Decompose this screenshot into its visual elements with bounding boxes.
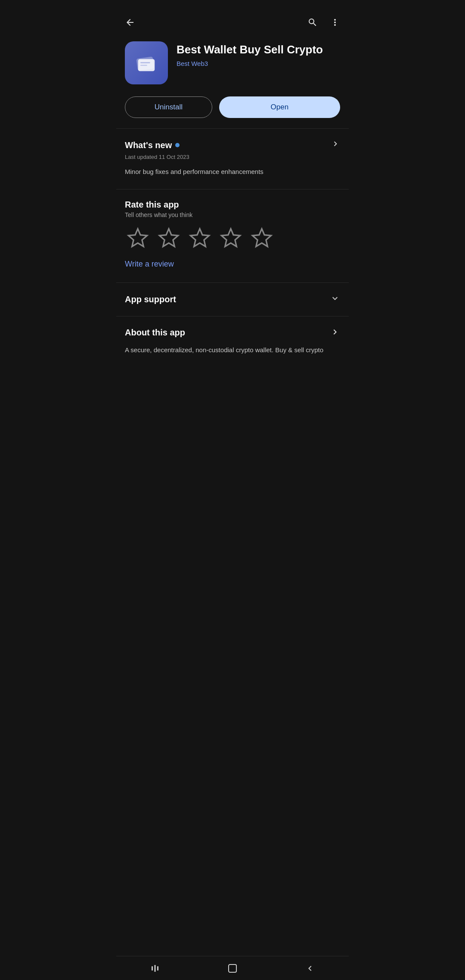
about-body: A secure, decentralized, non-custodial c… xyxy=(125,345,340,355)
rate-title: Rate this app xyxy=(125,200,340,210)
back-button[interactable] xyxy=(123,16,137,29)
back-gesture-button[interactable] xyxy=(299,960,321,977)
about-arrow-icon[interactable] xyxy=(330,327,340,339)
app-info: Best Wallet Buy Sell Crypto Best Web3 xyxy=(177,41,340,67)
about-section: About this app A secure, decentralized, … xyxy=(116,316,349,362)
top-navigation xyxy=(116,12,349,33)
whats-new-body: Minor bug fixes and performance enhancem… xyxy=(125,167,340,186)
svg-rect-5 xyxy=(155,965,156,972)
status-bar xyxy=(116,0,349,12)
whats-new-header[interactable]: What's new xyxy=(125,139,340,151)
star-2[interactable] xyxy=(158,227,180,249)
open-button[interactable]: Open xyxy=(219,96,340,118)
star-5[interactable] xyxy=(251,227,273,249)
whats-new-title: What's new xyxy=(125,140,172,150)
svg-rect-2 xyxy=(140,62,150,63)
recent-apps-button[interactable] xyxy=(144,960,166,977)
chevron-down-icon xyxy=(330,293,340,306)
whats-new-date: Last updated 11 Oct 2023 xyxy=(125,154,340,160)
star-4[interactable] xyxy=(220,227,242,249)
search-button[interactable] xyxy=(306,16,319,29)
app-support-title: App support xyxy=(125,295,176,304)
rate-section: Rate this app Tell others what you think xyxy=(116,189,349,282)
svg-rect-6 xyxy=(157,966,158,971)
write-review-link[interactable]: Write a review xyxy=(125,260,174,279)
new-indicator-dot xyxy=(175,143,180,147)
app-developer[interactable]: Best Web3 xyxy=(177,60,340,67)
app-title: Best Wallet Buy Sell Crypto xyxy=(177,43,340,56)
about-header[interactable]: About this app xyxy=(125,327,340,339)
stars-row xyxy=(125,227,340,249)
star-1[interactable] xyxy=(127,227,149,249)
rate-subtitle: Tell others what you think xyxy=(125,211,340,218)
svg-rect-3 xyxy=(140,65,147,66)
whats-new-title-row: What's new xyxy=(125,140,180,150)
uninstall-button[interactable]: Uninstall xyxy=(125,96,212,118)
svg-rect-7 xyxy=(229,964,236,972)
whats-new-section: What's new Last updated 11 Oct 2023 Mino… xyxy=(116,129,349,189)
nav-action-icons xyxy=(306,16,342,29)
more-options-button[interactable] xyxy=(328,16,342,29)
app-support-section[interactable]: App support xyxy=(116,282,349,316)
svg-rect-4 xyxy=(152,966,153,971)
about-title: About this app xyxy=(125,328,185,338)
home-button[interactable] xyxy=(222,960,243,977)
bottom-navigation xyxy=(116,956,349,980)
app-icon xyxy=(125,41,168,84)
action-buttons: Uninstall Open xyxy=(116,91,349,128)
star-3[interactable] xyxy=(189,227,211,249)
app-header: Best Wallet Buy Sell Crypto Best Web3 xyxy=(116,33,349,91)
whats-new-arrow-icon[interactable] xyxy=(331,139,340,151)
